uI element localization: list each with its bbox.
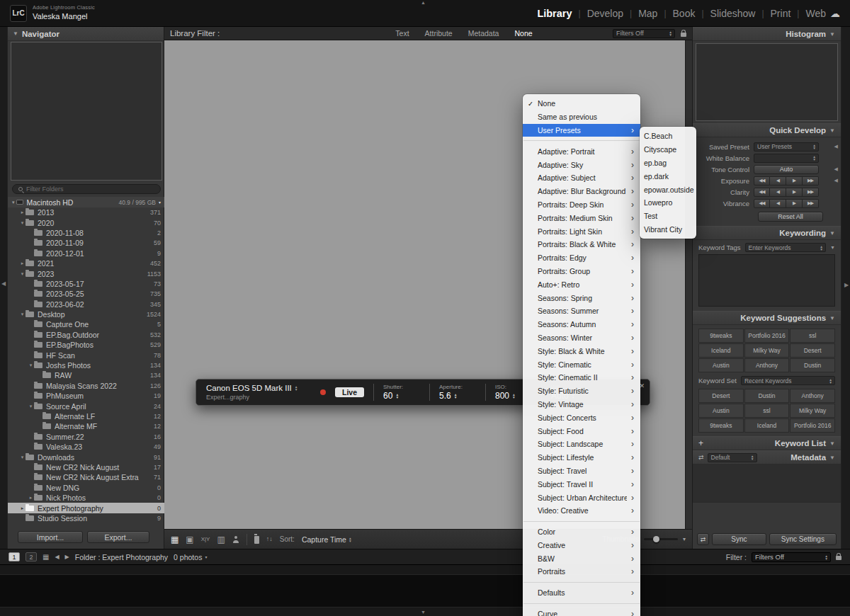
folder-row-2020-12-01[interactable]: 2020-12-019 bbox=[8, 249, 165, 258]
menu-item-auto-retro[interactable]: Auto+: Retro› bbox=[523, 278, 640, 291]
folder-row-2023-05-25[interactable]: 2023-05-25735 bbox=[8, 289, 165, 299]
submenu-item-lowepro[interactable]: Lowepro bbox=[640, 196, 696, 210]
folder-row-phmuseum[interactable]: PhMuseum19 bbox=[8, 391, 165, 401]
menu-item-subject-concerts[interactable]: Subject: Concerts› bbox=[523, 411, 640, 424]
submenu-item-vibrant-city[interactable]: Vibrant City bbox=[640, 223, 696, 236]
toolbar-options-chevron-icon[interactable]: ▾ bbox=[683, 537, 686, 542]
menu-item-style-futuristic[interactable]: Style: Futuristic› bbox=[523, 384, 640, 398]
metadata-header[interactable]: ⇄ Default ▴▾ Metadata ▼ bbox=[693, 450, 841, 464]
folder-row-expert-photography[interactable]: ▸Expert Photography0 bbox=[8, 503, 165, 513]
saved-preset-dropdown[interactable]: User Presets▴▾ bbox=[754, 142, 819, 152]
main-window-button[interactable]: 1 bbox=[8, 552, 20, 561]
export-button[interactable]: Export... bbox=[87, 531, 149, 543]
menu-item-curve[interactable]: Curve› bbox=[523, 608, 640, 616]
grid-view-icon[interactable]: ▦ bbox=[171, 535, 178, 544]
grid-scrollbar[interactable] bbox=[685, 40, 692, 529]
folder-row-capture-one[interactable]: Capture One5 bbox=[8, 319, 165, 329]
expand-section-arrow-icon[interactable]: ◀ bbox=[834, 178, 838, 183]
sync-button[interactable]: Sync bbox=[712, 533, 766, 545]
filter-preset-dropdown[interactable]: Filters Off ▴▾ bbox=[613, 29, 675, 38]
folder-row-2021[interactable]: ▸2021452 bbox=[8, 258, 165, 268]
filter-tab-text[interactable]: Text bbox=[395, 29, 409, 38]
menu-item-seasons-spring[interactable]: Seasons: Spring› bbox=[523, 291, 640, 304]
submenu-item-ep-bag[interactable]: ep.bag bbox=[640, 156, 696, 170]
folder-row-studio-session[interactable]: Studio Session9 bbox=[8, 513, 165, 523]
keyword-set-item-ssl[interactable]: ssl bbox=[744, 404, 790, 418]
menu-item-subject-lifestyle[interactable]: Subject: Lifestyle› bbox=[523, 451, 640, 464]
thumbnail-size-slider[interactable] bbox=[644, 538, 678, 540]
menu-item-portraits[interactable]: Portraits› bbox=[523, 565, 640, 578]
compare-view-icon[interactable]: X|Y bbox=[201, 537, 210, 542]
filter-tab-none[interactable]: None bbox=[514, 29, 532, 38]
sync-toggle-icon[interactable]: ⇄ bbox=[697, 533, 709, 545]
folder-row-alternate-mf[interactable]: Alternate MF12 bbox=[8, 421, 165, 431]
module-web[interactable]: Web bbox=[805, 8, 826, 19]
filter-lock-icon[interactable] bbox=[681, 33, 686, 37]
add-keyword-icon[interactable]: + bbox=[698, 438, 703, 448]
white-balance-dropdown[interactable]: ▴▾ bbox=[754, 154, 819, 163]
metadata-preset-dropdown[interactable]: Default ▴▾ bbox=[708, 453, 757, 462]
decrease-small-button[interactable]: ◀ bbox=[770, 188, 786, 197]
keyword-suggestion-9tweaks[interactable]: 9tweaks bbox=[698, 329, 744, 343]
disclosure-expanded-icon[interactable]: ▾ bbox=[12, 200, 15, 205]
menu-item-seasons-summer[interactable]: Seasons: Summer› bbox=[523, 304, 640, 318]
module-map[interactable]: Map bbox=[638, 8, 657, 19]
keywording-header[interactable]: Keywording ▼ bbox=[693, 226, 841, 240]
module-develop[interactable]: Develop bbox=[587, 8, 623, 19]
decrease-small-button[interactable]: ◀ bbox=[770, 199, 786, 208]
menu-item-same-as-previous[interactable]: Same as previous bbox=[523, 110, 640, 124]
folder-row-ep-bagphotos[interactable]: EP.BagPhotos529 bbox=[8, 340, 165, 350]
increase-small-button[interactable]: ▶ bbox=[786, 188, 803, 197]
reset-all-button[interactable]: Reset All bbox=[758, 212, 823, 222]
disclosure-expanded-icon[interactable]: ▾ bbox=[19, 312, 26, 317]
folder-row-source-april[interactable]: ▾Source April24 bbox=[8, 401, 165, 411]
menu-item-adaptive-sky[interactable]: Adaptive: Sky› bbox=[523, 158, 640, 171]
photo-count-dropdown[interactable]: 0 photos ▾ bbox=[174, 553, 207, 561]
module-library[interactable]: Library bbox=[537, 8, 572, 19]
camera-setting-shutter[interactable]: Shutter:60▴▾ bbox=[383, 384, 420, 401]
keyword-suggestion-dustin[interactable]: Dustin bbox=[790, 358, 835, 372]
breadcrumb[interactable]: Folder : Expert Photography bbox=[75, 553, 168, 561]
keyword-suggestion-milky-way[interactable]: Milky Way bbox=[744, 343, 790, 358]
decrease-large-button[interactable]: ◀◀ bbox=[754, 188, 770, 197]
folder-row-new-dng[interactable]: New DNG0 bbox=[8, 483, 165, 493]
forward-arrow-icon[interactable]: ▶ bbox=[65, 554, 69, 560]
menu-item-adaptive-subject[interactable]: Adaptive: Subject› bbox=[523, 171, 640, 185]
menu-item-color[interactable]: Color› bbox=[523, 525, 640, 539]
module-book[interactable]: Book bbox=[673, 8, 696, 19]
folder-row-desktop[interactable]: ▾Desktop1524 bbox=[8, 309, 165, 319]
keyword-set-item-9tweaks[interactable]: 9tweaks bbox=[698, 418, 744, 433]
folder-row-hf-scan[interactable]: HF Scan78 bbox=[8, 350, 165, 360]
submenu-item-c-beach[interactable]: C.Beach bbox=[640, 130, 696, 143]
increase-small-button[interactable]: ▶ bbox=[786, 199, 803, 208]
menu-item-subject-food[interactable]: Subject: Food› bbox=[523, 424, 640, 438]
folder-row-malaysia-scans-2022[interactable]: Malaysia Scans 2022126 bbox=[8, 381, 165, 391]
volume-row-macintosh-hd[interactable]: ▾ Macintosh HD 40.9 / 995 GB ▾ bbox=[8, 197, 165, 207]
sort-criteria-dropdown[interactable]: Capture Time ▴▾ bbox=[302, 535, 351, 544]
grid-view-icon[interactable]: ▦ bbox=[42, 553, 49, 561]
filter-tab-attribute[interactable]: Attribute bbox=[425, 29, 453, 38]
disclosure-collapsed-icon[interactable]: ▸ bbox=[19, 261, 26, 266]
disclosure-expanded-icon[interactable]: ▾ bbox=[19, 220, 26, 226]
metadata-switch-icon[interactable]: ⇄ bbox=[698, 454, 704, 461]
folder-row-raw[interactable]: RAW134 bbox=[8, 370, 165, 380]
folder-row-2023[interactable]: ▾20231153 bbox=[8, 268, 165, 278]
increase-small-button[interactable]: ▶ bbox=[786, 176, 803, 186]
menu-item-none[interactable]: ✓None bbox=[523, 97, 640, 110]
keyword-list-header[interactable]: + Keyword List ▼ bbox=[693, 436, 841, 450]
menu-item-portraits-group[interactable]: Portraits: Group› bbox=[523, 265, 640, 278]
menu-item-creative[interactable]: Creative› bbox=[523, 539, 640, 552]
keyword-suggestions-header[interactable]: Keyword Suggestions ▼ bbox=[693, 311, 841, 325]
expand-section-arrow-icon[interactable]: ◀ bbox=[834, 166, 838, 172]
menu-item-defaults[interactable]: Defaults› bbox=[523, 586, 640, 600]
survey-view-icon[interactable]: ▥ bbox=[217, 535, 225, 544]
people-view-icon[interactable] bbox=[232, 536, 239, 543]
keyword-entry-area[interactable] bbox=[698, 254, 835, 307]
module-slideshow[interactable]: Slideshow bbox=[710, 8, 756, 19]
decrease-large-button[interactable]: ◀◀ bbox=[754, 199, 770, 208]
folder-row-joshs-photos[interactable]: ▾Joshs Photos134 bbox=[8, 360, 165, 370]
keyword-set-item-portfolio-2016[interactable]: Portfolio 2016 bbox=[790, 418, 835, 433]
folder-row-downloads[interactable]: ▾Downloads91 bbox=[8, 452, 165, 462]
menu-item-adaptive-portrait[interactable]: Adaptive: Portrait› bbox=[523, 144, 640, 158]
folder-row-valeska-23[interactable]: Valeska.2349 bbox=[8, 442, 165, 452]
